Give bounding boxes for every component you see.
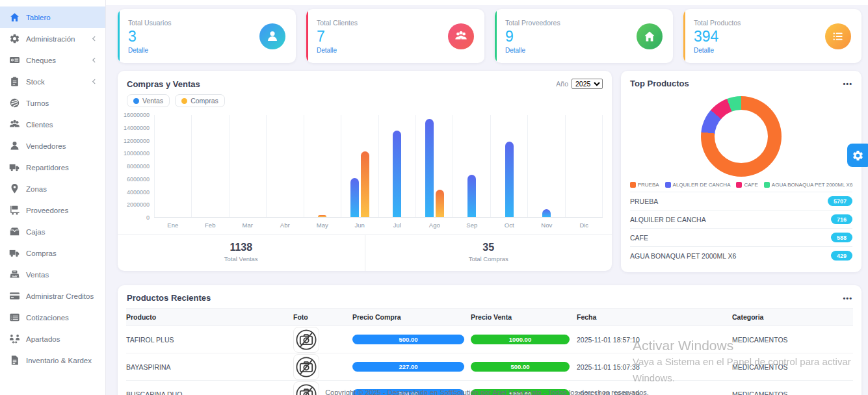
cell-product: TAFIROL PLUS [126, 336, 293, 344]
month-cell-may [304, 115, 341, 217]
sidebar-item-label: Compras [26, 249, 57, 257]
chart-title: Compras y Ventas [127, 79, 200, 89]
credit-card-icon [9, 290, 20, 301]
bar-ventas-nov [542, 209, 551, 217]
sidebar-item-label: Administración [26, 35, 75, 43]
money-check-icon [9, 55, 20, 66]
total-label: Total Ventas [118, 255, 365, 262]
compras-ventas-card: Compras y Ventas Año 2025 VentasCompras … [118, 71, 612, 271]
sidebar-item-compras[interactable]: Compras [0, 242, 105, 264]
cell-fecha: 2025-11-01 15:07:38 [577, 363, 732, 371]
register-icon [9, 269, 20, 280]
sidebar-item-zonas[interactable]: Zonas [0, 178, 105, 199]
sidebar-item-cheques[interactable]: Cheques [0, 49, 105, 71]
stat-card-value: 9 [505, 28, 560, 45]
sidebar-item-label: Proveedores [26, 207, 68, 214]
cell-fecha: 2025-11-01 18:57:10 [577, 336, 732, 344]
users-icon [9, 119, 20, 130]
sidebar-item-repartidores[interactable]: Repartidores [0, 157, 105, 178]
top-products-list: PRUEBA5707ALQUILER DE CANCHA716CAFE588AG… [621, 192, 861, 264]
sidebar-item-turnos[interactable]: Turnos [0, 92, 105, 114]
stat-card-info: Total Productos394Detalle [694, 19, 741, 54]
chevron-left-icon [90, 78, 98, 85]
detalle-link[interactable]: Detalle [317, 47, 358, 54]
donut-legend: PRUEBAALQUILER DE CANCHACAFEAGUA BONAQUA… [621, 179, 861, 192]
sidebar-item-administraci-n[interactable]: Administración [0, 28, 105, 49]
stat-card-value: 7 [317, 28, 358, 45]
dolly-icon [9, 205, 20, 216]
sidebar-item-tablero[interactable]: Tablero [0, 6, 105, 28]
detalle-link[interactable]: Detalle [505, 47, 560, 54]
cell-precio-compra: 500.00 [352, 335, 471, 344]
sidebar-item-label: Tablero [26, 14, 51, 21]
people-arrows-icon [9, 333, 20, 344]
no-image-icon [293, 354, 319, 380]
cell-photo [293, 354, 352, 380]
month-cell-ago [416, 115, 453, 217]
x-tick-label: Jul [378, 222, 416, 229]
sidebar-item-stock[interactable]: Stock [0, 71, 105, 92]
column-header-precio-compra: Precio Compra [352, 313, 471, 321]
donut-legend-item-agua-bonaqua-pet-2000ml-x6[interactable]: AGUA BONAQUA PET 2000ML X6 [764, 182, 853, 188]
app-window: TableroAdministraciónChequesStockTurnosC… [0, 0, 868, 395]
detalle-link[interactable]: Detalle [128, 47, 172, 54]
month-cell-nov [528, 115, 565, 217]
sidebar-item-vendedores[interactable]: Vendedores [0, 135, 105, 157]
top-strip [106, 0, 868, 5]
top-product-row: PRUEBA5707 [630, 192, 852, 210]
legend-item-ventas[interactable]: Ventas [127, 94, 170, 107]
stat-card-label: Total Usuarios [128, 19, 172, 27]
top-product-name: ALQUILER DE CANCHA [630, 216, 706, 223]
donut-legend-item-cafe[interactable]: CAFE [736, 182, 757, 188]
sidebar-item-administrar-creditos[interactable]: Administrar Creditos [0, 285, 105, 307]
sidebar-item-clientes[interactable]: Clientes [0, 114, 105, 135]
precio-compra-pill: 227.00 [352, 362, 464, 372]
sidebar-item-apartados[interactable]: Apartados [0, 328, 105, 350]
home-icon [9, 12, 20, 23]
x-tick-label: Ago [416, 222, 454, 229]
column-header-producto: Producto [126, 313, 293, 321]
top-products-card: Top Productos ••• PRUEBAALQUILER DE CANC… [621, 71, 861, 272]
donut-legend-item-prueba[interactable]: PRUEBA [630, 182, 659, 188]
sidebar-item-cajas[interactable]: Cajas [0, 221, 105, 242]
top-product-count-badge: 5707 [828, 196, 852, 206]
sidebar-item-label: Ventas [26, 271, 49, 279]
truck-icon [9, 162, 20, 173]
stat-card-icon-circle [825, 23, 851, 49]
donut-legend-item-alquiler-de-cancha[interactable]: ALQUILER DE CANCHA [665, 182, 731, 188]
x-tick-label: May [304, 222, 341, 229]
camera-slash-icon [295, 329, 317, 351]
sidebar-item-ventas[interactable]: Ventas [0, 264, 105, 285]
cell-precio-venta: 500.00 [471, 362, 577, 372]
detalle-link[interactable]: Detalle [694, 47, 741, 54]
x-axis: EneFebMarAbrMayJunJulAgoSepOctNovDic [154, 218, 603, 232]
recent-products-header: Productos Recientes ••• [118, 285, 861, 304]
legend-item-compras[interactable]: Compras [175, 94, 225, 107]
year-control: Año 2025 [556, 79, 603, 89]
table-row: BAYASPIRINA227.00500.002025-11-01 15:07:… [126, 353, 853, 381]
sidebar-item-cotizaciones[interactable]: Cotizaciones [0, 307, 105, 328]
cell-product: BAYASPIRINA [126, 363, 293, 371]
donut-legend-swatch [736, 182, 742, 188]
x-tick-label: Nov [528, 222, 566, 229]
settings-fab[interactable] [847, 144, 868, 167]
x-tick-label: Mar [229, 222, 267, 229]
year-select[interactable]: 2025 [572, 79, 603, 89]
x-tick-label: Sep [453, 222, 491, 229]
y-tick-label: 4000000 [127, 189, 150, 196]
stat-card-total-productos: Total Productos394Detalle [683, 9, 861, 63]
top-product-count-badge: 588 [831, 233, 852, 242]
sidebar-item-inventario-kardex[interactable]: Inventario & Kardex [0, 350, 105, 371]
stat-card-label: Total Proveedores [505, 19, 560, 27]
ellipsis-icon[interactable]: ••• [843, 294, 852, 302]
y-tick-label: 10000000 [124, 150, 150, 157]
ellipsis-icon[interactable]: ••• [843, 80, 852, 88]
sidebar-item-proveedores[interactable]: Proveedores [0, 199, 105, 221]
menu-icon [832, 30, 845, 43]
top-product-row: CAFE588 [630, 228, 852, 246]
recent-products-table: ProductoFotoPrecio CompraPrecio VentaFec… [126, 308, 853, 395]
x-tick-label: Abr [267, 222, 304, 229]
month-cell-feb [192, 115, 229, 217]
gear-icon [9, 33, 20, 44]
top-products-title: Top Productos [630, 79, 689, 88]
